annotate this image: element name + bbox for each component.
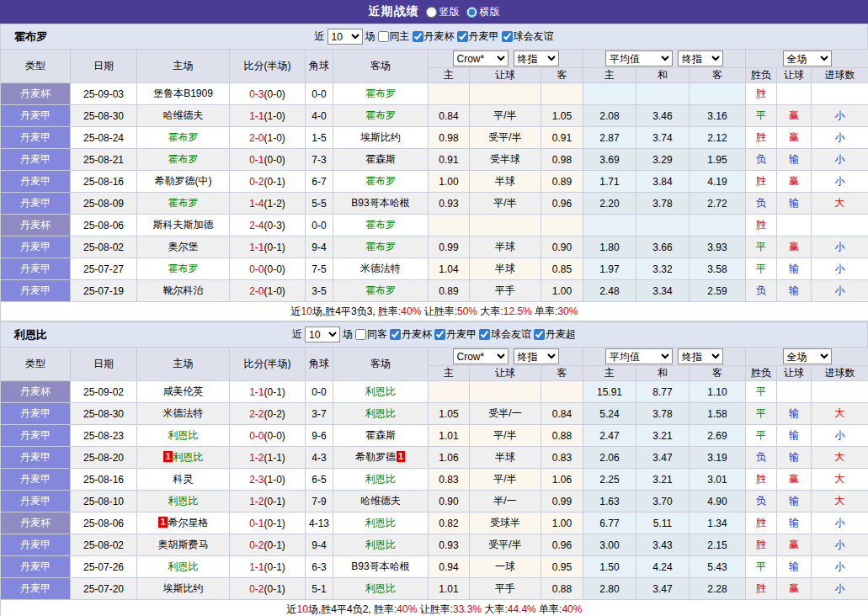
league-filter-option[interactable]: 丹麦杯 [390,327,432,342]
halftime-score: (0-0) [264,430,285,442]
same-venue-option[interactable]: 同客 [355,327,387,342]
cell-league: 丹麦甲 [1,425,71,447]
cell-avg-home: 2.20 [583,193,636,215]
cell-score: 1-1(0-1) [230,381,306,403]
league-label: 丹麦甲 [446,327,477,342]
cell-score: 2-0(1-0) [230,280,306,302]
same-venue-option[interactable]: 同主 [378,29,410,44]
cell-away-team: 米德法特 [333,258,429,280]
summary-text: 12.5% [503,305,532,317]
cell-league: 丹麦甲 [1,491,71,512]
summary-text: 44.4% [508,603,536,615]
bookmaker-select[interactable]: Crow* [453,348,509,364]
league-filter-option[interactable]: 球会友谊 [479,327,531,342]
cell-odds-home: 1.01 [429,425,470,447]
league-checkbox[interactable] [434,329,445,340]
cell-score: 2-2(0-2) [230,403,306,425]
vertical-layout-radio[interactable] [426,7,437,18]
home-team-name: 霍布罗 [168,153,199,165]
league-checkbox[interactable] [457,31,468,42]
cell-odds-handicap: 受半球 [470,149,541,171]
cell-date: 25-08-30 [71,105,137,127]
cell-result-goals: 大 [812,469,868,491]
league-checkbox[interactable] [479,329,490,340]
cell-result-handicap: 输 [777,149,812,171]
cell-league: 丹麦甲 [1,534,71,556]
fulltime-score: 1-1 [249,561,264,573]
cell-avg-draw: 3.21 [636,425,690,447]
period-select[interactable]: 全场 [783,348,832,364]
bookmaker-select[interactable]: Crow* [453,50,509,66]
recent-count-select[interactable]: 10 [327,29,363,45]
home-team-name: 利恩比 [168,495,199,507]
horizontal-layout-radio[interactable] [466,7,477,18]
odds-stage-select[interactable]: 终指 [514,348,559,364]
fulltime-score: 0-2 [249,539,264,551]
layout-horizontal-option[interactable]: 横版 [466,5,500,19]
league-filters: 丹麦杯丹麦甲球会友谊丹麦超 [390,327,576,342]
sub-col-odds-handicap: 让球 [470,68,541,83]
recent-count-select[interactable]: 10 [305,327,340,343]
cell-odds-away: 0.96 [541,193,583,215]
col-header-away: 客场 [333,348,429,381]
away-team-name: 霍布罗 [365,241,396,252]
cell-odds-away: 0.99 [541,491,583,512]
cell-avg-home: 3.00 [583,534,636,556]
cell-odds-away: 0.90 [541,236,583,258]
average-select[interactable]: 平均值 [605,348,673,364]
league-checkbox[interactable] [534,329,545,340]
cell-away-team: B93哥本哈根 [333,193,429,215]
cell-result-wdl: 负 [746,149,777,171]
cell-result-handicap: 输 [777,280,812,302]
odds-stage-select[interactable]: 终指 [514,50,559,66]
cell-odds-away: 0.85 [541,258,583,280]
same-venue-checkbox[interactable] [355,329,366,340]
match-row: 丹麦甲25-07-26利恩比1-1(0-1)6-3B93哥本哈根0.94一球0.… [1,556,868,578]
layout-vertical-option[interactable]: 竖版 [426,5,460,19]
cell-league: 丹麦甲 [1,149,71,171]
same-venue-checkbox[interactable] [378,31,389,42]
summary-text: 场,胜4平3负3, 胜率: [312,305,401,317]
sub-col-avg-draw: 和 [636,68,690,83]
cell-result-wdl: 胜 [746,83,777,105]
col-header-score: 比分(半场) [230,50,306,83]
cell-date: 25-08-10 [71,491,137,512]
matches-label: 场 [365,29,375,44]
average-select[interactable]: 平均值 [605,50,673,66]
league-filter-option[interactable]: 丹麦超 [534,327,576,342]
league-label: 丹麦杯 [402,327,432,342]
league-checkbox[interactable] [502,31,513,42]
cell-result-goals: 小 [812,556,868,578]
avg-stage-select[interactable]: 终指 [678,348,723,364]
sub-col-result: 胜负 [746,366,777,381]
league-filter-option[interactable]: 丹麦甲 [434,327,477,342]
cell-league: 丹麦甲 [1,258,71,280]
cell-away-team: 利恩比 [333,381,429,403]
league-filter-option[interactable]: 球会友谊 [502,29,554,44]
cell-home-team: 1希尔星格 [137,512,230,534]
summary-text: 30% [557,305,578,317]
cell-date: 25-08-06 [71,215,137,236]
halftime-score: (0-0) [264,154,285,166]
cell-avg-home: 2.06 [583,447,636,469]
league-filter-option[interactable]: 丹麦甲 [457,29,499,44]
cell-league: 丹麦杯 [1,215,71,236]
sub-col-odds-home: 主 [429,366,470,381]
cell-corners: 9-6 [306,425,333,447]
cell-corners: 0-0 [306,381,333,403]
cell-avg-away: 3.16 [690,105,746,127]
home-team-name: 希尔星格 [168,517,209,528]
cell-home-team: 哈维德夫 [137,105,230,127]
fulltime-score: 0-2 [249,583,264,595]
league-checkbox[interactable] [390,329,401,340]
cell-date: 25-08-21 [71,149,137,171]
cell-home-team: 利恩比 [137,425,230,447]
league-checkbox[interactable] [413,31,423,42]
cell-odds-away: 1.00 [541,280,583,302]
league-filter-option[interactable]: 丹麦杯 [413,29,455,44]
home-team-name: 靴尔科治 [163,284,204,296]
avg-stage-select[interactable]: 终指 [678,50,723,66]
fulltime-score: 0-2 [249,176,264,188]
cell-odds-home: 0.82 [429,512,470,534]
period-select[interactable]: 全场 [783,50,832,66]
